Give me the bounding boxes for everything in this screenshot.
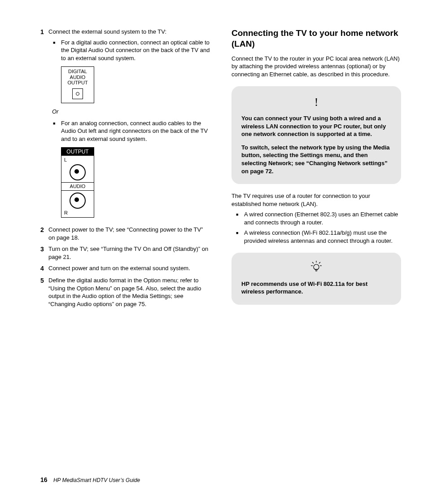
step-text: Connect power to the TV; see “Connecting… (48, 226, 210, 241)
step-text: Connect power and turn on the external s… (48, 264, 210, 273)
digital-audio-output-diagram: DIGITAL AUDIO OUTPUT (61, 66, 94, 103)
bullet-text: A wired connection (Ethernet 802.3) uses… (244, 210, 401, 226)
step-4: 4 Connect power and turn on the external… (40, 264, 210, 273)
step-number: 3 (40, 245, 48, 261)
page-number: 16 (40, 476, 48, 483)
intro-text: Connect the TV to the router in your PC … (231, 55, 401, 79)
svg-point-5 (314, 264, 319, 270)
step-number: 1 (40, 28, 48, 222)
step-2: 2 Connect power to the TV; see “Connecti… (40, 226, 210, 241)
document-title: HP MediaSmart HDTV User’s Guide (53, 477, 140, 483)
svg-line-1 (312, 262, 314, 263)
bullet-text: A wireless connection (Wi-Fi 802.11a/b/g… (244, 229, 401, 245)
analog-output-diagram: OUTPUT L AUDIO R (61, 147, 94, 218)
diagram-label: AUDIO (61, 182, 94, 191)
step-1: 1 Connect the external sound system to t… (40, 28, 210, 222)
diagram-label: DIGITAL (61, 69, 94, 75)
lightbulb-icon (310, 261, 323, 273)
optical-port-icon (72, 88, 83, 99)
rca-jack-icon (70, 193, 86, 209)
callout-text: HP recommends use of Wi-Fi 802.11a for b… (241, 280, 391, 296)
bullet-wired: ■ A wired connection (Ethernet 802.3) us… (236, 210, 401, 226)
diagram-label: L (64, 157, 91, 163)
step-text: Connect the external sound system to the… (48, 28, 210, 36)
left-column: 1 Connect the external sound system to t… (40, 28, 210, 313)
step-3: 3 Turn on the TV; see “Turning the TV On… (40, 245, 210, 261)
diagram-label: AUDIO (61, 75, 94, 80)
or-label: Or (52, 108, 210, 116)
bullet-wireless: ■ A wireless connection (Wi-Fi 802.11a/b… (236, 229, 401, 245)
diagram-label: R (64, 210, 91, 216)
page-footer: 16 HP MediaSmart HDTV User’s Guide (40, 476, 140, 484)
step-text: Define the digital audio format in the O… (48, 276, 210, 308)
square-bullet-icon: ■ (236, 229, 244, 245)
tip-callout: HP recommends use of Wi-Fi 802.11a for b… (231, 253, 401, 305)
diagram-label: OUTPUT (61, 148, 94, 156)
step-text: Turn on the TV; see “Turning the TV On a… (48, 245, 210, 261)
bullet-text: For a digital audio connection, connect … (61, 39, 210, 62)
square-bullet-icon: ■ (53, 119, 61, 143)
bullet-digital: ■ For a digital audio connection, connec… (53, 39, 210, 62)
warning-icon: ! (314, 96, 319, 109)
square-bullet-icon: ■ (236, 210, 244, 226)
right-column: Connecting the TV to your home network (… (231, 28, 401, 313)
bullet-analog: ■ For an analog connection, connect audi… (53, 119, 210, 143)
rca-jack-icon (70, 164, 86, 180)
callout-text: You can connect your TV using both a wir… (241, 114, 391, 138)
paragraph: The TV requires use of a router for conn… (231, 192, 401, 208)
svg-line-2 (319, 262, 320, 263)
warning-callout: ! You can connect your TV using both a w… (231, 86, 401, 184)
diagram-label: OUTPUT (61, 80, 94, 86)
step-5: 5 Define the digital audio format in the… (40, 276, 210, 308)
callout-text: To switch, select the network type by us… (241, 144, 391, 175)
square-bullet-icon: ■ (53, 39, 61, 62)
bullet-text: For an analog connection, connect audio … (61, 119, 210, 143)
section-heading: Connecting the TV to your home network (… (231, 28, 401, 49)
step-number: 5 (40, 276, 48, 308)
step-number: 4 (40, 264, 48, 273)
step-number: 2 (40, 226, 48, 241)
